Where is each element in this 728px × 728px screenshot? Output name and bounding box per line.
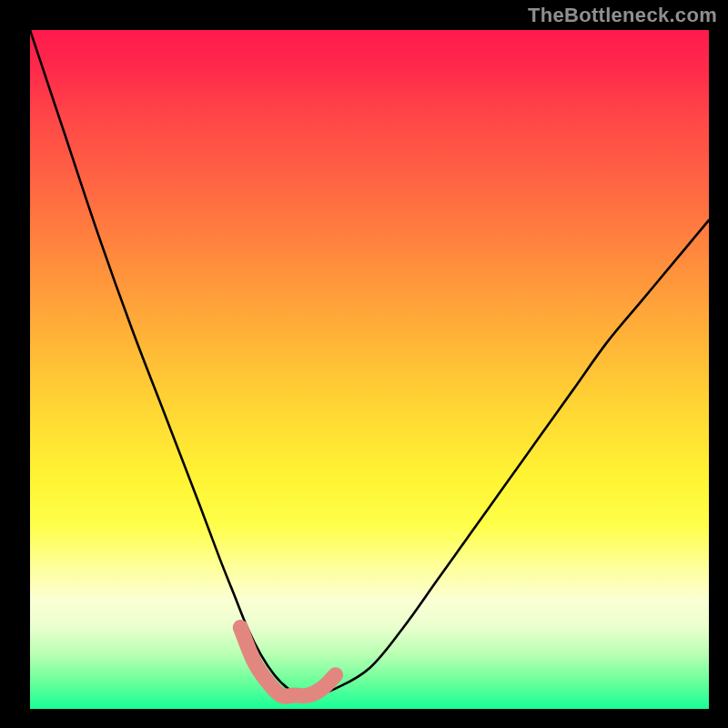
watermark-label: TheBottleneck.com [528,4,717,27]
optimal-zone-marker [240,627,335,696]
curve-layer [30,30,709,709]
bottleneck-curve [30,30,709,696]
plot-area [30,30,709,709]
chart-frame: TheBottleneck.com [0,0,728,728]
